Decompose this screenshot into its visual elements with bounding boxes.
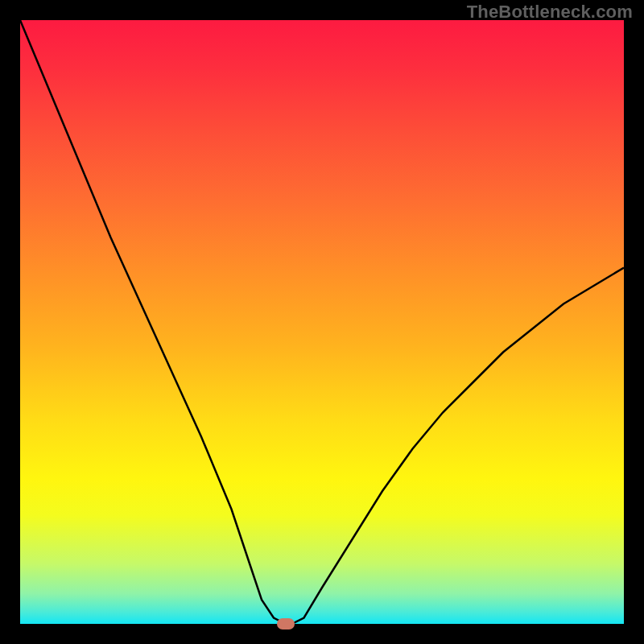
bottleneck-curve <box>20 20 624 624</box>
optimal-point-marker <box>277 618 295 630</box>
chart-stage: TheBottleneck.com <box>0 0 644 644</box>
watermark-text: TheBottleneck.com <box>467 2 633 23</box>
plot-area <box>20 20 624 624</box>
curve-path <box>20 20 624 624</box>
